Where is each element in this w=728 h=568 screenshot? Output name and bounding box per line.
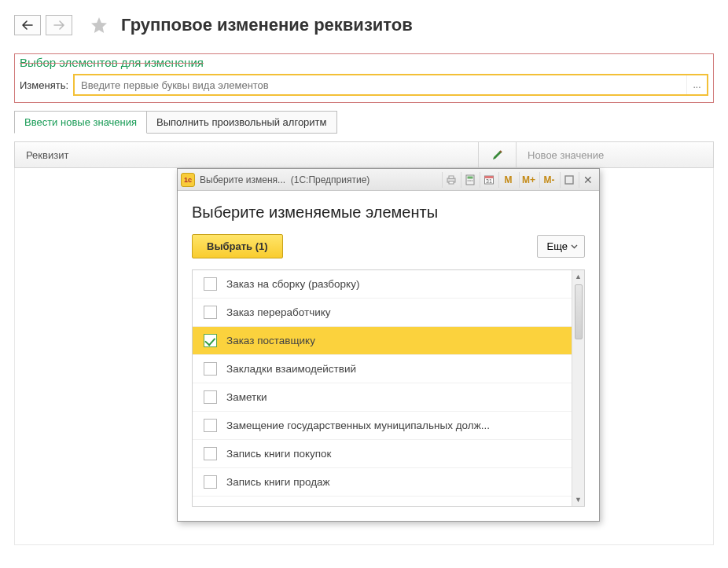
calendar-icon[interactable]: 31	[480, 172, 497, 188]
arrow-right-icon	[53, 20, 64, 30]
list-item[interactable]: Заметки	[193, 383, 572, 412]
arrow-left-icon	[22, 20, 33, 30]
element-type-input[interactable]	[75, 79, 686, 91]
list-item-label: Заметки	[226, 391, 267, 403]
list-item[interactable]: Заказ на сборку (разборку)	[193, 270, 572, 299]
more-button[interactable]: Еще	[537, 235, 585, 258]
dialog-title: Выберите изменя... (1С:Предприятие)	[200, 174, 440, 185]
list-item-label: Запись книги покупок	[226, 448, 332, 460]
svg-rect-7	[471, 180, 472, 181]
memory-mplus-button[interactable]: M+	[519, 172, 538, 188]
list-item[interactable]: Замещение государственных муниципальных …	[193, 412, 572, 440]
col-header-edit[interactable]	[479, 142, 517, 167]
checkbox[interactable]	[204, 447, 217, 460]
selection-section: Выбор элементов для изменения Изменять: …	[14, 53, 714, 103]
svg-rect-6	[469, 180, 471, 181]
checkbox[interactable]	[204, 334, 217, 347]
close-icon[interactable]: ✕	[579, 172, 596, 188]
col-header-new-value[interactable]: Новое значение	[517, 142, 713, 167]
favorite-star-icon[interactable]	[88, 14, 110, 36]
change-input-wrap: ...	[73, 74, 708, 96]
list-item[interactable]: Заказ поставщику	[193, 327, 572, 355]
nav-back-button[interactable]	[14, 15, 41, 35]
change-label: Изменять:	[20, 79, 68, 91]
dialog-heading: Выберите изменяемые элементы	[192, 203, 585, 222]
list-item[interactable]: Запись книги продаж	[193, 468, 572, 497]
maximize-icon[interactable]	[560, 172, 577, 188]
grid-body: 1c Выберите изменя... (1С:Предприятие) 3…	[14, 168, 714, 545]
dialog-titlebar[interactable]: 1c Выберите изменя... (1С:Предприятие) 3…	[178, 169, 599, 191]
checkbox[interactable]	[204, 306, 217, 319]
print-icon[interactable]	[442, 172, 459, 188]
list-item-label: Заказ поставщику	[226, 335, 315, 346]
elements-list: Заказ на сборку (разборку)Заказ перерабо…	[192, 269, 585, 507]
list-item-label: Заказ переработчику	[226, 306, 331, 318]
svg-rect-2	[449, 181, 454, 184]
memory-m-button[interactable]: M	[498, 172, 517, 188]
page-title: Групповое изменение реквизитов	[121, 15, 413, 35]
list-item-label: Замещение государственных муниципальных …	[226, 420, 490, 431]
svg-rect-11	[565, 176, 573, 184]
list-item[interactable]: Запись книги покупок	[193, 440, 572, 468]
list-item-label: Закладки взаимодействий	[226, 363, 356, 375]
select-button[interactable]: Выбрать (1)	[192, 234, 283, 258]
tab-run-algorithm[interactable]: Выполнить произвольный алгоритм	[147, 111, 336, 134]
nav-forward-button[interactable]	[46, 15, 72, 35]
scroll-thumb[interactable]	[575, 284, 583, 339]
mode-tabs: Ввести новые значения Выполнить произвол…	[14, 111, 714, 134]
checkbox[interactable]	[204, 362, 217, 376]
list-item-label: Заказ на сборку (разборку)	[226, 278, 359, 290]
select-elements-dialog: 1c Выберите изменя... (1С:Предприятие) 3…	[177, 168, 600, 522]
svg-rect-5	[467, 180, 469, 181]
pencil-icon	[491, 148, 504, 161]
svg-rect-4	[467, 176, 472, 178]
checkbox[interactable]	[204, 475, 217, 489]
calculator-icon[interactable]	[461, 172, 478, 188]
svg-text:31: 31	[486, 178, 492, 184]
list-item-label: Запись книги продаж	[226, 476, 330, 488]
checkbox[interactable]	[204, 277, 217, 291]
grid-header: Реквизит Новое значение	[14, 141, 714, 168]
open-picker-button[interactable]: ...	[686, 75, 707, 94]
list-item[interactable]: Закладки взаимодействий	[193, 355, 572, 383]
memory-mminus-button[interactable]: M-	[539, 172, 558, 188]
chevron-down-icon	[571, 244, 578, 249]
checkbox[interactable]	[204, 390, 217, 404]
svg-rect-1	[449, 176, 454, 178]
tab-enter-new-values[interactable]: Ввести новые значения	[14, 111, 147, 134]
app-1c-icon: 1c	[181, 173, 195, 187]
scroll-down-icon[interactable]: ▼	[572, 493, 584, 506]
section-header: Выбор элементов для изменения	[15, 54, 713, 71]
scroll-up-icon[interactable]: ▲	[572, 270, 584, 283]
col-header-requisite[interactable]: Реквизит	[15, 142, 479, 167]
scrollbar[interactable]: ▲ ▼	[572, 270, 584, 506]
list-item[interactable]: Заказ переработчику	[193, 299, 572, 327]
checkbox[interactable]	[204, 419, 217, 432]
